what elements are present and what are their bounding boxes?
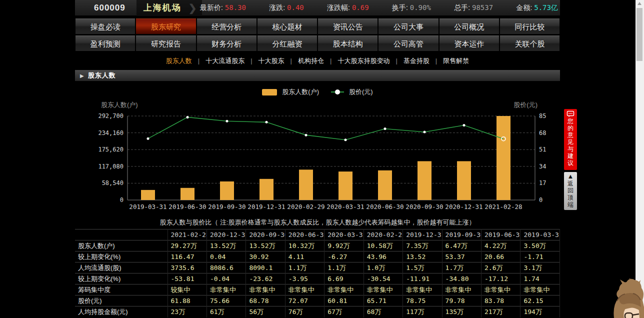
quote-field-label: 涨跌: (269, 4, 287, 12)
subnav-link[interactable]: 十大股东 (256, 57, 286, 64)
price-point[interactable] (186, 116, 189, 118)
cell-value: 61万 (206, 306, 246, 318)
quote-field-value: 0.69 (352, 4, 369, 12)
stock-name-badge[interactable]: 上海机场 ❯ (136, 0, 202, 16)
chart-bar[interactable] (180, 188, 194, 200)
cell-value: 76万 (285, 306, 324, 318)
chart-bar[interactable] (378, 170, 392, 200)
chart-bar[interactable] (338, 172, 352, 200)
nav-tab[interactable]: 分红融资 (257, 35, 318, 52)
cell-value: -30.54 (364, 274, 402, 284)
table-row: 股东人数(户)29.27万13.52万13.52万10.32万9.92万10.5… (75, 240, 560, 252)
shareholder-table: 2021-02-282020-12-312020-09-302020-06-30… (75, 229, 560, 318)
scrollbar-thumb[interactable] (636, 8, 642, 61)
subnav-link[interactable]: 基金持股 (402, 57, 432, 64)
combo-chart: 股东人数(户)股价(元)292,70085234,16068175,620511… (75, 99, 560, 215)
nav-tab[interactable]: 股本结构 (318, 35, 378, 52)
table-row: 股价(元)61.8875.6668.7872.0760.8165.7178.75… (75, 296, 560, 306)
column-header (75, 230, 168, 240)
cell-value: 20.66 (482, 252, 520, 262)
price-point[interactable] (384, 128, 386, 130)
quote-field-value: 58.30 (225, 4, 246, 12)
nav-tab[interactable]: 财务分析 (196, 35, 257, 52)
cell-value: 非常集中 (206, 284, 246, 296)
price-point[interactable] (463, 124, 466, 126)
price-point[interactable] (424, 131, 426, 134)
cell-value: -23.62 (246, 274, 285, 284)
cell-value: 116.47 (168, 252, 206, 262)
scrollbar-up-arrow-icon[interactable] (638, 2, 642, 5)
nav-tab[interactable]: 关联个股 (500, 35, 560, 52)
subnav-link[interactable]: 限售解禁 (441, 57, 471, 64)
quote-field-value: 0.40 (287, 4, 304, 12)
cell-value: 4.22万 (482, 240, 520, 252)
price-point[interactable] (266, 121, 268, 124)
axis-text: 292,700 (98, 112, 124, 120)
cell-value: 6.47万 (442, 240, 481, 252)
price-point[interactable] (305, 134, 308, 136)
shareholder-chart-panel: 股东人数(户) 股价(元) 股东人数(户)股价(元)292,70085234,1… (75, 85, 560, 229)
table-header-row: 2021-02-282020-12-312020-09-302020-06-30… (75, 230, 560, 240)
nav-tab[interactable]: 研究报告 (136, 35, 196, 52)
cell-value: 1.74 (520, 274, 560, 284)
stock-name: 上海机场 (144, 0, 182, 16)
nav-tab[interactable]: 操盘必读 (75, 18, 136, 34)
chart-bar[interactable] (141, 190, 155, 200)
feedback-button[interactable]: 您的意见与建议 (564, 109, 577, 170)
cell-value: 194万 (520, 306, 560, 318)
cell-value: 217万 (482, 306, 520, 318)
nav-tab[interactable]: 资本运作 (439, 35, 500, 52)
subnav-link[interactable]: 十大流通股东 (204, 57, 246, 64)
price-point[interactable] (147, 138, 150, 140)
cell-value: -1.71 (520, 252, 560, 262)
x-tick-label: 2019-03-31 (129, 203, 166, 210)
price-point[interactable] (226, 120, 228, 122)
row-label: 较上期变化(%) (75, 274, 168, 284)
chart-bar[interactable] (457, 161, 471, 200)
nav-tab[interactable]: 公司高管 (378, 35, 438, 52)
back-to-top-button[interactable]: ▲ 返回顶端 (564, 172, 577, 210)
anime-mascot (613, 278, 644, 318)
chart-bar[interactable] (418, 161, 432, 200)
chart-bar[interactable] (260, 179, 274, 200)
nav-tab[interactable]: 股东研究 (136, 18, 196, 34)
chart-bar[interactable] (496, 116, 510, 200)
nav-tab[interactable]: 公司概况 (439, 18, 500, 34)
subnav: 股东人数|十大流通股东|十大股东|机构持仓|十大股东持股变动|基金持股|限售解禁 (75, 54, 560, 68)
x-tick-label: 2020-09-30 (406, 203, 443, 210)
cell-value: 10.32万 (285, 240, 324, 252)
column-header: 2020-09-30 (246, 230, 285, 240)
column-header: 2019-03-31 (520, 230, 560, 240)
nav-tab[interactable]: 核心题材 (257, 18, 318, 34)
nav-tab[interactable]: 盈利预测 (75, 35, 136, 52)
subnav-link[interactable]: 机构持仓 (296, 57, 326, 64)
cell-value: 53.37 (442, 252, 481, 262)
nav-tab[interactable]: 经营分析 (196, 18, 257, 34)
cell-value: 29.27万 (168, 240, 206, 252)
quote-field-value: 0.90% (410, 4, 431, 12)
x-tick-label: 2020-02-29 (287, 203, 324, 210)
nav-tab[interactable]: 同行比较 (500, 18, 560, 34)
cell-value: 75.66 (206, 296, 246, 306)
quote-field-label: 总手: (454, 4, 472, 12)
legend-line-marker (331, 90, 344, 94)
price-point[interactable] (344, 138, 347, 141)
quote-field: 总手: 98537 (454, 4, 493, 12)
quote-field: 换手: 0.90% (392, 4, 431, 12)
cell-value: 9.92万 (324, 240, 364, 252)
axis-text: 85 (539, 112, 546, 120)
subnav-link[interactable]: 十大股东持股变动 (336, 57, 392, 64)
subnav-link[interactable]: 股东人数 (164, 57, 194, 64)
cell-value: 62.15 (520, 296, 560, 306)
nav-tab[interactable]: 资讯公告 (318, 18, 378, 34)
legend-bar-label: 股东人数(户) (282, 88, 319, 96)
chart-bar[interactable] (220, 182, 234, 200)
axis-text: 117,080 (98, 163, 124, 170)
cell-value: 79.78 (442, 296, 481, 306)
right-axis-title: 股价(元) (514, 101, 538, 108)
chart-bar[interactable] (299, 170, 313, 200)
axis-text: 34 (539, 163, 546, 170)
scrollbar-track[interactable] (636, 0, 644, 318)
nav-tab[interactable]: 公司大事 (378, 18, 438, 34)
cell-value: 非常集中 (482, 284, 520, 296)
